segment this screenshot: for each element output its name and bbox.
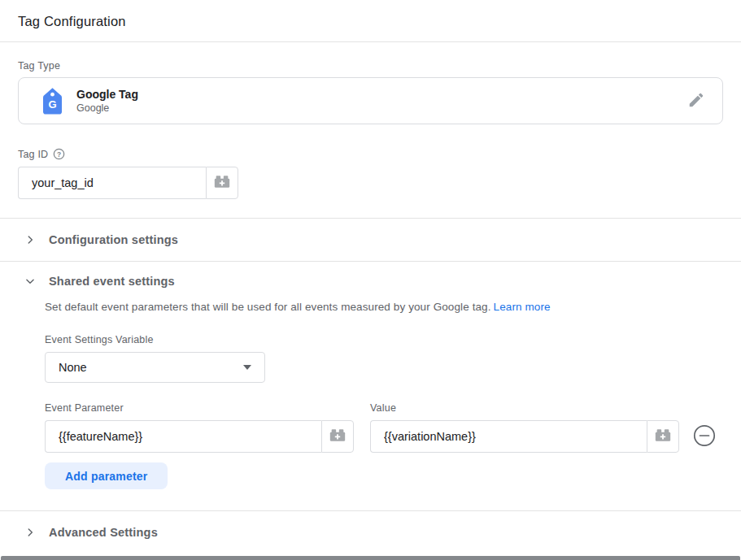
tag-configuration-panel: Tag Configuration Tag Type G Google Tag … [0,0,741,560]
svg-text:?: ? [57,150,61,158]
value-label: Value [370,402,679,414]
value-column: Value [370,402,679,453]
pencil-icon [687,91,705,111]
bottom-edge [1,556,740,560]
tag-id-field-group [18,167,723,199]
section-advanced-settings[interactable]: Advanced Settings [0,511,741,553]
edit-tag-type-button[interactable] [680,85,713,117]
parameter-insert-variable-button[interactable] [321,420,354,453]
brick-plus-icon [654,428,672,445]
shared-event-settings-body: Set default event parameters that will b… [0,301,741,510]
value-insert-variable-button[interactable] [647,420,679,453]
event-settings-variable-label: Event Settings Variable [45,334,723,345]
panel-header: Tag Configuration [0,0,741,42]
selected-value: None [59,361,87,374]
chevron-right-icon [24,527,36,538]
tag-id-insert-variable-button[interactable] [206,167,238,199]
section-label: Configuration settings [49,233,178,246]
parameter-row: Event Parameter [45,402,723,453]
remove-parameter-button[interactable] [692,424,717,449]
help-icon[interactable]: ? [53,148,65,160]
tag-id-input[interactable] [18,167,206,199]
remove-circle-icon [693,424,716,449]
shared-event-description: Set default event parameters that will b… [45,301,723,313]
event-parameter-label: Event Parameter [45,402,354,414]
google-tag-icon-letter: G [48,98,56,110]
tag-id-label: Tag ID [18,149,48,160]
chevron-right-icon [24,234,36,245]
chevron-down-icon [24,276,36,287]
description-text: Set default event parameters that will b… [45,301,491,313]
brick-plus-icon [213,174,231,192]
value-input[interactable] [370,420,647,453]
tag-type-card-text: Google Tag Google [76,88,138,114]
tag-type-name: Google Tag [76,88,138,101]
tag-type-label: Tag Type [18,60,723,72]
section-configuration-settings[interactable]: Configuration settings [0,219,741,261]
value-field-group [370,420,679,453]
tag-type-vendor: Google [76,102,138,114]
add-parameter-button[interactable]: Add parameter [45,462,168,489]
event-settings-variable-select[interactable]: None [45,352,265,383]
section-label: Advanced Settings [49,526,158,539]
section-label: Shared event settings [49,275,175,288]
page-title: Tag Configuration [18,14,723,29]
google-tag-icon: G [41,87,63,115]
panel-content: Tag Type G Google Tag Google [0,42,741,218]
brick-plus-icon [329,428,347,445]
event-parameter-column: Event Parameter [45,402,354,453]
dropdown-arrow-icon [243,365,251,370]
section-shared-event-settings[interactable]: Shared event settings [0,262,741,301]
event-parameter-input[interactable] [45,420,321,453]
event-parameter-field-group [45,420,354,453]
tag-type-card[interactable]: G Google Tag Google [18,77,723,124]
tag-id-label-row: Tag ID ? [18,148,723,160]
learn-more-link[interactable]: Learn more [494,301,551,313]
